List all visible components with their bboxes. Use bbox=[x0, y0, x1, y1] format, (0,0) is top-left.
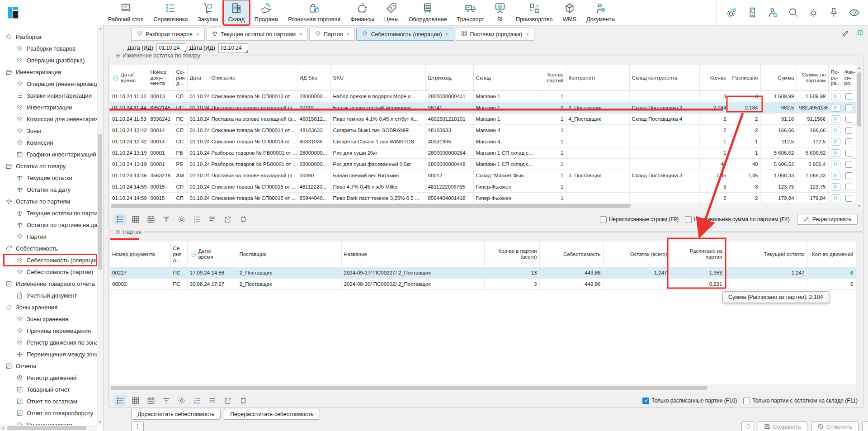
sidebar-item[interactable]: Разборка bbox=[4, 31, 97, 43]
tab-close-icon[interactable]: × bbox=[526, 31, 529, 38]
sidebar-item[interactable]: Остатки на дату bbox=[4, 184, 97, 195]
scrollbar-thumb[interactable] bbox=[857, 72, 861, 127]
date-filter-input[interactable] bbox=[218, 43, 248, 53]
top-menu-item[interactable]: Справочники bbox=[148, 0, 193, 25]
row-checkbox[interactable] bbox=[845, 172, 852, 179]
top-menu-item[interactable]: WMS bbox=[557, 0, 581, 25]
row-view-button[interactable] bbox=[114, 395, 126, 406]
sort-icon[interactable] bbox=[112, 75, 119, 81]
sidebar-item[interactable]: Себестоимость (операции) bbox=[4, 254, 97, 266]
sidebar-item[interactable]: Текущие остатки bbox=[4, 172, 97, 184]
export-button[interactable] bbox=[222, 395, 234, 406]
column-header[interactable]: Название bbox=[341, 242, 484, 267]
recalc-button[interactable]: Перерассчитать себестоимость bbox=[224, 409, 320, 420]
tab[interactable]: Партии× bbox=[309, 28, 355, 41]
sidebar-item[interactable]: Отчет по остаткам bbox=[4, 395, 97, 407]
top-menu-item[interactable]: Продажи bbox=[250, 0, 283, 25]
tab-close-icon[interactable]: × bbox=[446, 31, 449, 38]
column-header[interactable]: Дата/время bbox=[187, 242, 237, 267]
play-button[interactable] bbox=[831, 127, 840, 134]
scroll-down-icon[interactable]: ▼ bbox=[858, 204, 861, 208]
column-header[interactable]: Номер документа bbox=[110, 242, 170, 267]
play-button[interactable] bbox=[831, 115, 840, 123]
column-header[interactable]: Кол-во bbox=[699, 65, 729, 91]
scrollbar-thumb[interactable] bbox=[111, 386, 708, 390]
tab-close-icon[interactable]: × bbox=[299, 31, 302, 38]
row-checkbox[interactable] bbox=[845, 138, 852, 145]
tab[interactable]: Себестоимость (операции)× bbox=[356, 28, 454, 41]
filter-button[interactable] bbox=[160, 395, 172, 406]
scrollbar-thumb[interactable] bbox=[111, 204, 631, 208]
column-header[interactable]: Поставщик bbox=[237, 242, 341, 267]
stock-row[interactable]: 01.10.24 11:446352145ПС01.10.24Поставка … bbox=[110, 102, 856, 114]
row-view-button[interactable] bbox=[114, 214, 126, 225]
sidebar-item[interactable]: Отчеты bbox=[4, 360, 97, 372]
column-header[interactable]: Расписано из партии bbox=[670, 242, 725, 267]
sidebar-item[interactable]: Инвентаризация bbox=[4, 66, 97, 78]
stock-row[interactable]: 01.10.24 11:538536241ПС01.10.24Поставка … bbox=[110, 114, 856, 125]
play-button[interactable] bbox=[831, 183, 840, 191]
column-header[interactable]: Расписано bbox=[729, 65, 760, 91]
top-menu-item[interactable]: Склад bbox=[223, 0, 250, 25]
sidebar-item[interactable]: Себестоимость (партии) bbox=[4, 266, 97, 278]
column-header[interactable]: Контрагент bbox=[566, 65, 629, 91]
stock-row[interactable]: 01.10.24 14:464563218АМ01.10.24Поставка … bbox=[110, 170, 856, 181]
sort-icon[interactable] bbox=[190, 251, 197, 258]
tab[interactable]: Поставки (продажа)× bbox=[456, 28, 535, 41]
play-button[interactable] bbox=[831, 172, 840, 180]
sidebar-item[interactable]: Учетный документ bbox=[4, 289, 97, 301]
sidebar-item[interactable]: Регистр движения по зонам bbox=[4, 336, 97, 348]
sidebar-item[interactable]: Причины перемещения bbox=[4, 325, 97, 336]
column-header[interactable]: Номер доку- мента bbox=[148, 65, 174, 91]
row-checkbox[interactable] bbox=[845, 104, 852, 111]
checkbox-icon[interactable] bbox=[685, 216, 692, 223]
sidebar-item[interactable]: Остатки по партиям на дату bbox=[4, 219, 97, 231]
sidebar-item[interactable]: Операции (разборка) bbox=[4, 54, 97, 66]
scroll-up-icon[interactable]: ▲ bbox=[858, 66, 861, 69]
numbered-list-button[interactable] bbox=[191, 395, 203, 406]
play-button[interactable] bbox=[831, 104, 840, 112]
refresh-button[interactable] bbox=[741, 422, 754, 431]
column-header[interactable]: Дата bbox=[187, 65, 209, 91]
scroll-up-icon[interactable]: ▲ bbox=[99, 27, 102, 30]
table-horizontal-scrollbar[interactable] bbox=[110, 203, 856, 209]
sidebar-item[interactable]: Зоны хранения bbox=[4, 301, 97, 313]
checkbox-icon[interactable] bbox=[743, 398, 750, 404]
sidebar-item[interactable]: Остатки по партиям bbox=[4, 195, 97, 207]
stock-row[interactable]: 01.10.24 14:5900015СП01.10.24Списание то… bbox=[110, 193, 856, 203]
sidebar-item[interactable]: Текущие остатки по партиям bbox=[4, 207, 97, 219]
row-checkbox[interactable] bbox=[845, 127, 852, 134]
column-header[interactable]: Дата/время bbox=[110, 65, 148, 91]
column-header[interactable]: Се- рия д... bbox=[170, 242, 187, 267]
sidebar-item[interactable]: Остатки по товару bbox=[4, 160, 97, 172]
top-menu-item[interactable]: Оборудование bbox=[404, 0, 452, 25]
date-filter-field[interactable] bbox=[156, 43, 186, 53]
column-header[interactable]: Се- рия д... bbox=[174, 65, 187, 91]
tab[interactable]: Текущие остатки по партиям× bbox=[206, 28, 308, 41]
sidebar-item[interactable]: Операции (инвентаризация) bbox=[4, 78, 97, 90]
column-header[interactable]: Штрихкод bbox=[425, 65, 473, 91]
sidebar-item[interactable]: Комиссии bbox=[4, 137, 97, 148]
sidebar-item[interactable]: Инвентаризации bbox=[4, 101, 97, 113]
row-checkbox[interactable] bbox=[845, 116, 852, 123]
stock-row[interactable]: 01.10.24 14:5900015СП01.10.24Списание то… bbox=[110, 181, 856, 193]
column-header[interactable]: Склад bbox=[473, 65, 539, 91]
brightness-icon[interactable] bbox=[808, 7, 819, 18]
column-header[interactable]: Кол-во партий bbox=[539, 65, 566, 91]
stock-row[interactable]: 01.10.24 12:4200014СП01.10.24Списание то… bbox=[110, 136, 856, 147]
windows-icon[interactable] bbox=[856, 29, 863, 37]
column-header[interactable]: Сумма по партиям bbox=[797, 65, 828, 91]
tab-close-icon[interactable]: × bbox=[346, 31, 349, 38]
sidebar-item[interactable]: Комиссии для инвентаризации bbox=[4, 113, 97, 125]
top-menu-item[interactable]: Транспорт bbox=[452, 0, 489, 25]
stock-row[interactable]: 01.10.24 13:1900001РБ01.10.24Разборка то… bbox=[110, 159, 856, 170]
play-button[interactable] bbox=[831, 138, 840, 146]
filter-checkbox[interactable]: Только расписанные партии (F10) bbox=[642, 398, 737, 404]
more-button[interactable] bbox=[131, 422, 144, 431]
column-header[interactable]: Кол-во движений bbox=[807, 242, 856, 267]
batch-row[interactable]: 00227ПС17.09.24 14:582_Поставщик2024-09-… bbox=[110, 267, 856, 279]
top-menu-item[interactable]: Цены bbox=[379, 0, 404, 25]
filter-checkbox[interactable]: Нерасписанные строки (F9) bbox=[600, 216, 679, 223]
column-header[interactable]: Текущий остаток bbox=[725, 242, 807, 267]
check-button[interactable]: ОК bbox=[862, 422, 868, 431]
